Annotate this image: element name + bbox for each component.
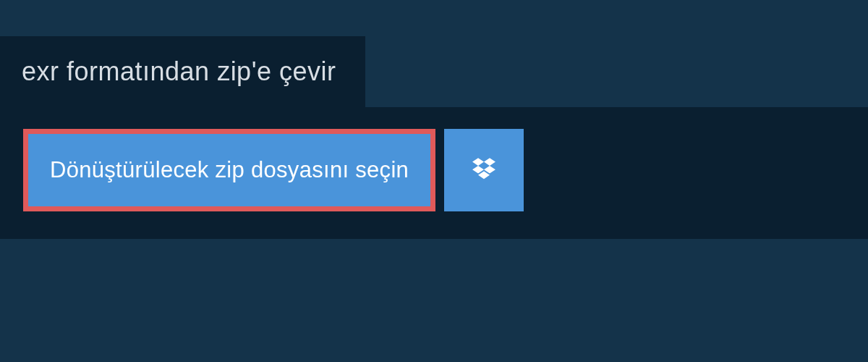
header-tab: exr formatından zip'e çevir — [0, 36, 365, 107]
button-row: Dönüştürülecek zip dosyasını seçin — [23, 129, 845, 211]
page-title: exr formatından zip'e çevir — [22, 56, 336, 87]
dropbox-icon — [470, 156, 498, 184]
upload-panel: Dönüştürülecek zip dosyasını seçin — [0, 107, 868, 239]
select-file-button[interactable]: Dönüştürülecek zip dosyasını seçin — [23, 129, 435, 211]
dropbox-button[interactable] — [444, 129, 524, 211]
